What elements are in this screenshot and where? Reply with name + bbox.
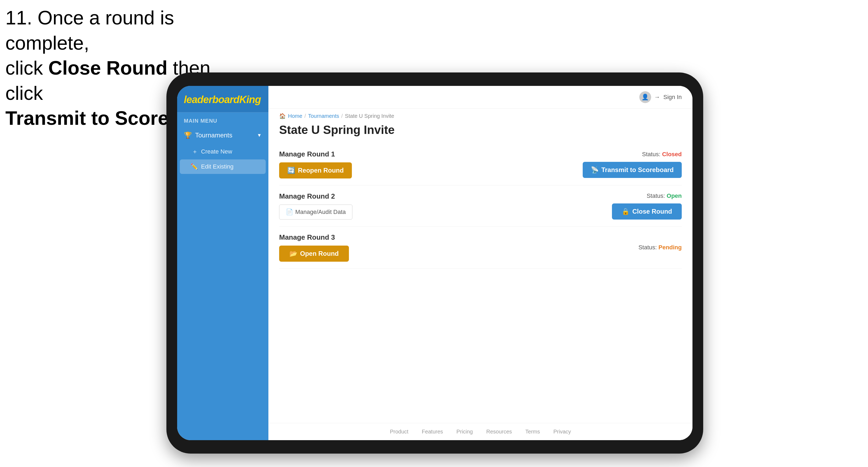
round-3-status-value: Pending [658,244,682,251]
app-layout: leaderboardKing MAIN MENU 🏆 Tournaments … [177,86,692,440]
logo-text-regular: leaderboard [184,94,240,105]
footer-features[interactable]: Features [422,429,443,435]
sidebar-edit-existing[interactable]: ✏️ Edit Existing [180,159,266,174]
plus-icon: ＋ [192,148,198,156]
close-icon: 🔒 [622,208,630,215]
sidebar-edit-existing-label: Edit Existing [201,163,234,170]
reopen-round-label: Reopen Round [298,167,344,174]
close-round-button[interactable]: 🔒 Close Round [612,204,682,220]
sidebar-item-tournaments[interactable]: 🏆 Tournaments ▼ [177,127,269,144]
manage-audit-button[interactable]: 📄 Manage/Audit Data [279,205,352,220]
main-menu-label: MAIN MENU [177,113,269,127]
sidebar-tournaments-label: Tournaments [195,131,232,139]
round-row-3: Manage Round 3 📂 Open Round Status: Pend… [279,226,682,269]
round-1-left: Manage Round 1 🔄 Reopen Round [279,150,352,179]
open-round-label: Open Round [300,250,339,257]
home-icon: 🏠 [279,113,286,119]
trophy-icon: 🏆 [184,131,192,139]
breadcrumb-sep1: / [304,113,306,119]
breadcrumb-sep2: / [341,113,343,119]
page-title: State U Spring Invite [269,121,692,143]
breadcrumb: 🏠 Home / Tournaments / State U Spring In… [269,109,692,121]
instruction-line1: 11. Once a round is complete, [5,7,174,54]
tablet-device: leaderboardKing MAIN MENU 🏆 Tournaments … [166,72,703,454]
round-row-2: Manage Round 2 📄 Manage/Audit Data Statu… [279,185,682,226]
round-2-status-value: Open [667,192,682,199]
round-3-title: Manage Round 3 [279,233,349,242]
round-1-title: Manage Round 1 [279,150,352,158]
round-1-status-value: Closed [662,151,682,158]
open-icon: 📂 [289,250,298,257]
round-2-right: Status: Open 🔒 Close Round [612,192,682,220]
user-icon: 👤 [642,94,649,101]
reopen-round-button[interactable]: 🔄 Reopen Round [279,162,352,179]
round-1-right: Status: Closed 📡 Transmit to Scoreboard [583,151,682,178]
sidebar-create-new-label: Create New [201,148,232,155]
round-3-status: Status: Pending [639,244,682,251]
rounds-container: Manage Round 1 🔄 Reopen Round Status: Cl… [269,143,692,423]
edit-icon: ✏️ [191,163,198,170]
round-2-title: Manage Round 2 [279,192,352,200]
breadcrumb-tournaments[interactable]: Tournaments [308,113,339,119]
close-round-label: Close Round [632,208,672,215]
signin-arrow-icon: → [654,94,660,101]
footer-pricing[interactable]: Pricing [457,429,473,435]
doc-icon: 📄 [286,209,293,216]
open-round-button[interactable]: 📂 Open Round [279,246,349,262]
logo-area: leaderboardKing [177,86,269,113]
sign-in-area[interactable]: 👤 → Sign In [639,91,682,103]
round-1-status: Status: Closed [642,151,682,158]
main-content: 👤 → Sign In 🏠 Home / Tournaments / State… [269,86,692,440]
breadcrumb-home[interactable]: Home [288,113,302,119]
avatar: 👤 [639,91,651,103]
logo-text-brand: King [240,94,261,105]
sidebar-create-new[interactable]: ＋ Create New [177,144,269,159]
breadcrumb-current: State U Spring Invite [345,113,394,119]
reopen-icon: 🔄 [287,167,295,174]
instruction-bold1: Close Round [48,57,167,79]
sidebar-item-left: 🏆 Tournaments [184,131,232,139]
round-3-right: Status: Pending [639,244,682,251]
round-2-left: Manage Round 2 📄 Manage/Audit Data [279,192,352,220]
round-2-status: Status: Open [647,192,682,199]
footer-resources[interactable]: Resources [486,429,512,435]
top-nav: 👤 → Sign In [269,86,692,109]
footer: Product Features Pricing Resources Terms… [269,423,692,440]
tablet-screen: leaderboardKing MAIN MENU 🏆 Tournaments … [177,86,692,440]
footer-product[interactable]: Product [390,429,408,435]
sign-in-label: Sign In [663,94,682,101]
transmit-to-scoreboard-button[interactable]: 📡 Transmit to Scoreboard [583,162,682,178]
footer-privacy[interactable]: Privacy [553,429,571,435]
transmit-icon: 📡 [591,166,599,174]
round-row-1: Manage Round 1 🔄 Reopen Round Status: Cl… [279,143,682,185]
chevron-down-icon: ▼ [257,132,262,138]
transmit-label: Transmit to Scoreboard [601,166,674,174]
app-logo: leaderboardKing [184,94,262,105]
footer-terms[interactable]: Terms [525,429,540,435]
manage-audit-label: Manage/Audit Data [295,209,346,216]
sidebar: leaderboardKing MAIN MENU 🏆 Tournaments … [177,86,269,440]
round-3-left: Manage Round 3 📂 Open Round [279,233,349,262]
